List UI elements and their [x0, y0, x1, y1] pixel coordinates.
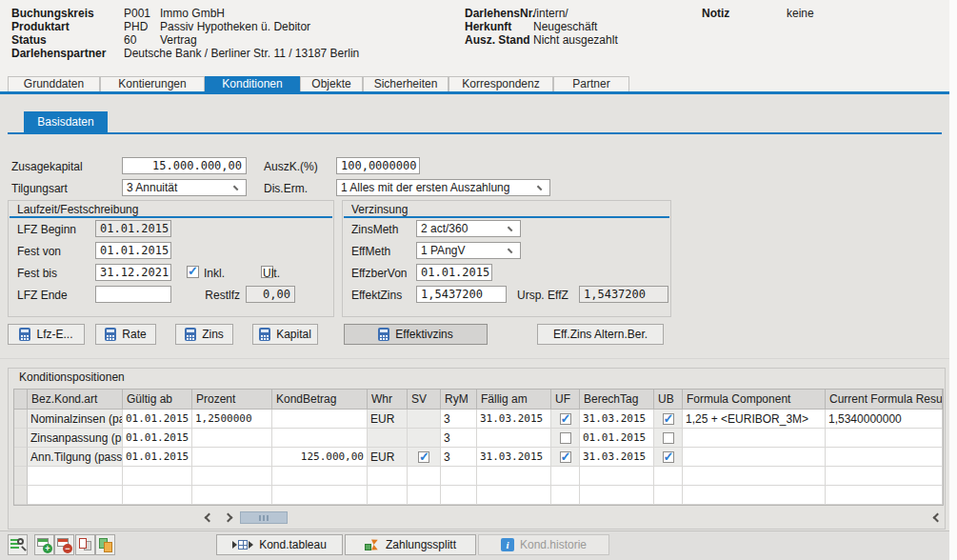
kond-tableau-button[interactable]: Kond.tableau	[216, 534, 343, 555]
cell-formula[interactable]	[683, 448, 826, 467]
cell-faellig[interactable]	[477, 429, 551, 448]
cell-formula[interactable]	[683, 429, 826, 448]
fest-bis-input[interactable]: 31.12.2021	[95, 264, 171, 281]
cell-formula[interactable]	[683, 486, 826, 505]
col-header-bez[interactable]: Bez.Kond.art	[28, 390, 123, 410]
ub-checkbox[interactable]	[663, 451, 674, 463]
cell-kondbetrag[interactable]	[272, 486, 368, 505]
lfz-e-button[interactable]: Lfz-E...	[8, 324, 85, 345]
cell-gueltig[interactable]	[123, 486, 192, 505]
col-header-ub[interactable]: UB	[654, 390, 683, 410]
col-header-kondbetrag[interactable]: KondBetrag	[272, 390, 368, 410]
cell-faellig[interactable]: 31.03.2015	[477, 448, 551, 467]
col-header-uf[interactable]: UF	[551, 390, 580, 410]
tab-kontierungen[interactable]: Kontierungen	[100, 76, 205, 91]
zahlungssplitt-button[interactable]: Zahlungssplitt	[345, 534, 476, 555]
cell-berechtag[interactable]: 01.01.2015	[580, 429, 654, 448]
cell-faellig[interactable]: 31.03.2015	[477, 410, 551, 429]
cell-gueltig[interactable]: 01.01.2015	[123, 448, 192, 467]
zins-button[interactable]: Zins	[175, 324, 233, 345]
copy-rows-button[interactable]	[75, 534, 95, 555]
cell-bez[interactable]	[28, 486, 123, 505]
cell-faellig[interactable]	[477, 486, 551, 505]
eff-zins-altern-ber-button[interactable]: Eff.Zins Altern.Ber.	[537, 324, 664, 345]
cell-gueltig[interactable]	[123, 467, 192, 486]
col-header-result[interactable]: Current Formula Result	[826, 390, 943, 410]
effzbervon-input[interactable]: 01.01.2015	[416, 264, 492, 281]
uf-checkbox[interactable]	[560, 413, 571, 425]
table-find-button[interactable]	[8, 534, 28, 555]
tab-konditionen[interactable]: Konditionen	[205, 76, 300, 91]
col-header-prozent[interactable]: Prozent	[192, 390, 272, 410]
cell-whr[interactable]	[368, 486, 408, 505]
row-selector[interactable]	[14, 429, 28, 448]
fest-von-input[interactable]: 01.01.2015	[95, 242, 171, 259]
col-header-faellig[interactable]: Fällig am	[477, 390, 551, 410]
ub-checkbox[interactable]	[663, 432, 674, 444]
col-header-selector[interactable]	[14, 390, 28, 410]
col-header-berechtag[interactable]: BerechTag	[580, 390, 654, 410]
cell-kondbetrag[interactable]	[272, 429, 368, 448]
ub-checkbox[interactable]	[663, 413, 674, 425]
tab-objekte[interactable]: Objekte	[300, 76, 363, 91]
cell-rym[interactable]	[441, 467, 477, 486]
cell-berechtag[interactable]	[580, 486, 654, 505]
diserm-select[interactable]: 1 Alles mit der ersten Auszahlung	[336, 179, 550, 196]
cell-kondbetrag[interactable]	[272, 467, 368, 486]
auszk-input[interactable]: 100,0000000	[336, 157, 420, 174]
cell-rym[interactable]: 3	[441, 410, 477, 429]
insert-row-button[interactable]: +	[34, 534, 54, 555]
tab-korrespondenz[interactable]: Korrespondenz	[449, 76, 553, 91]
zinsmeth-select[interactable]: 2 act/360	[416, 220, 521, 237]
uf-checkbox[interactable]	[560, 432, 571, 444]
col-header-whr[interactable]: Whr	[368, 390, 408, 410]
effektzins-input[interactable]: 1,5437200	[416, 286, 507, 303]
cell-berechtag[interactable]	[580, 467, 654, 486]
zusagekapital-input[interactable]: 15.000.000,00	[122, 157, 247, 174]
cell-bez[interactable]	[28, 467, 123, 486]
cell-result[interactable]	[826, 486, 943, 505]
cell-uf[interactable]	[551, 467, 580, 486]
cell-formula[interactable]: 1,25 + <EURIBOR_3M>	[683, 410, 826, 429]
col-header-sv[interactable]: SV	[408, 390, 441, 410]
cell-formula[interactable]	[683, 467, 826, 486]
cell-result[interactable]	[826, 467, 943, 486]
cell-ub[interactable]	[654, 486, 683, 505]
cell-ub[interactable]	[654, 467, 683, 486]
uf-checkbox[interactable]	[560, 451, 571, 463]
cell-prozent[interactable]	[192, 467, 272, 486]
cell-sv[interactable]	[408, 467, 441, 486]
cell-result[interactable]	[826, 429, 943, 448]
cell-prozent[interactable]	[192, 429, 272, 448]
delete-row-button[interactable]: −	[54, 534, 74, 555]
lfz-ende-input[interactable]	[95, 286, 171, 303]
cell-kondbetrag[interactable]: 125.000,00	[272, 448, 368, 467]
rate-button[interactable]: Rate	[95, 324, 156, 345]
tab-sicherheiten[interactable]: Sicherheiten	[363, 76, 449, 91]
cell-kondbetrag[interactable]	[272, 410, 368, 429]
cell-result[interactable]	[826, 448, 943, 467]
row-selector[interactable]	[14, 486, 28, 505]
row-selector[interactable]	[14, 467, 28, 486]
inkl-checkbox[interactable]	[187, 266, 199, 278]
cell-gueltig[interactable]: 01.01.2015	[123, 429, 192, 448]
cell-uf[interactable]	[551, 486, 580, 505]
row-selector[interactable]	[14, 448, 28, 467]
cell-berechtag[interactable]: 31.03.2015	[580, 410, 654, 429]
cell-berechtag[interactable]: 31.03.2015	[580, 448, 654, 467]
paste-rows-button[interactable]	[95, 534, 115, 555]
effektivzins-button[interactable]: Effektivzins	[344, 324, 488, 345]
cell-prozent[interactable]	[192, 486, 272, 505]
col-header-formula[interactable]: Formula Component	[683, 390, 826, 410]
cell-faellig[interactable]	[477, 467, 551, 486]
col-header-rym[interactable]: RyM	[441, 390, 477, 410]
kapital-button[interactable]: Kapital	[252, 324, 318, 345]
cell-prozent[interactable]: 1,2500000	[192, 410, 272, 429]
tab-grunddaten[interactable]: Grunddaten	[8, 76, 100, 91]
cell-rym[interactable]: 3	[441, 448, 477, 467]
tab-partner[interactable]: Partner	[553, 76, 629, 91]
tilgungsart-select[interactable]: 3 Annuität	[122, 179, 247, 196]
effmeth-select[interactable]: 1 PAngV	[416, 242, 521, 259]
cell-whr[interactable]	[368, 467, 408, 486]
cell-rym[interactable]: 3	[441, 429, 477, 448]
